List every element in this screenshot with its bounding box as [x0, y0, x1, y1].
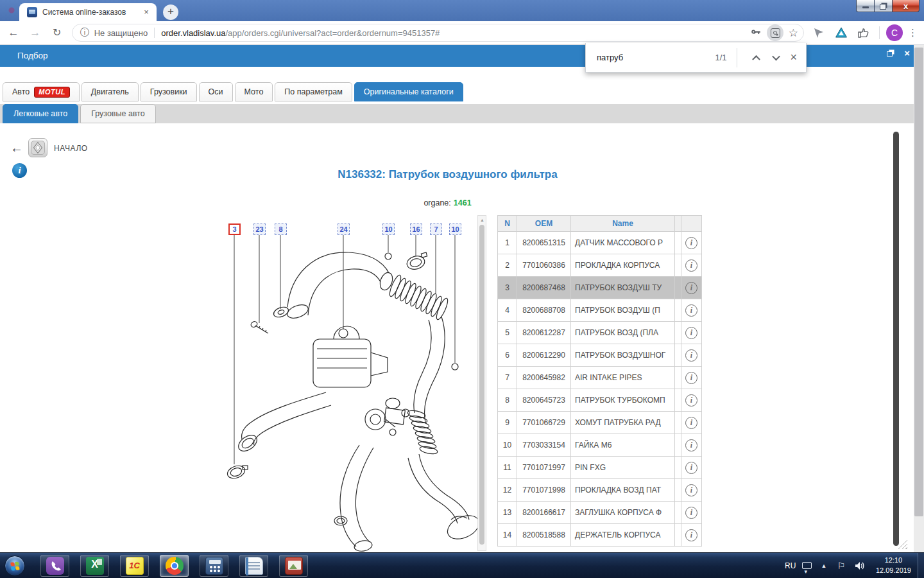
scroll-up-icon[interactable]: [480, 218, 484, 222]
taskbar-chrome-button[interactable]: [160, 555, 189, 577]
diagram-callout[interactable]: 10: [382, 223, 395, 235]
taskbar-picture-manager-button[interactable]: [279, 555, 308, 577]
row-info-button[interactable]: [685, 304, 697, 317]
taskbar-viber-button[interactable]: [40, 555, 69, 577]
resize-gripper[interactable]: [898, 539, 907, 549]
browser-tab[interactable]: Система online-заказов: [19, 3, 157, 21]
page-info-icon[interactable]: [80, 27, 89, 39]
diagram-callout[interactable]: 23: [253, 223, 266, 235]
breadcrumb[interactable]: НАЧАЛО: [54, 144, 88, 153]
row-info-button[interactable]: [685, 417, 697, 429]
new-tab-button[interactable]: [163, 4, 178, 20]
window-minimize-button[interactable]: [856, 0, 875, 12]
main-tab[interactable]: Грузовики: [141, 82, 197, 101]
back-icon[interactable]: [5, 24, 22, 41]
row-info-button[interactable]: [685, 327, 697, 339]
row-info-button[interactable]: [685, 259, 697, 272]
main-tab[interactable]: Оригинальные каталоги: [354, 82, 463, 101]
table-row[interactable]: 8 8200645723 ПАТРУБОК ТУРБОКОМП: [498, 389, 702, 412]
catalog-back-icon[interactable]: [10, 141, 23, 155]
url-host: order.vladislav.ua: [161, 28, 225, 38]
row-info-button[interactable]: [685, 529, 697, 541]
reload-icon[interactable]: [49, 24, 65, 41]
taskbar-excel-button[interactable]: [80, 555, 109, 577]
row-info-button[interactable]: [685, 439, 697, 451]
show-desktop-button[interactable]: [918, 553, 924, 578]
find-close-icon[interactable]: [790, 51, 797, 64]
table-row[interactable]: 5 8200612287 ПАТРУБОК ВОЗД (ПЛА: [498, 322, 702, 344]
diagram-callout[interactable]: 3: [228, 223, 241, 235]
start-button[interactable]: [0, 553, 30, 578]
renault-diamond-icon[interactable]: [28, 138, 47, 157]
search-in-page-icon[interactable]: [767, 24, 783, 41]
table-row[interactable]: 1 8200651315 ДАТЧИК МАССОВОГО Р: [498, 232, 702, 254]
table-row[interactable]: 2 7701060386 ПРОКЛАДКА КОРПУСА: [498, 254, 702, 277]
tab-close-icon[interactable]: [141, 7, 151, 17]
window-restore-button[interactable]: [875, 0, 892, 12]
profile-avatar[interactable]: C: [886, 24, 903, 41]
sub-tab[interactable]: Легковые авто: [3, 104, 78, 123]
diagram-callout[interactable]: 24: [338, 223, 350, 235]
diagram-callout[interactable]: 16: [410, 223, 422, 235]
panel-close-icon[interactable]: [904, 48, 910, 58]
main-tab[interactable]: Двигатель: [81, 82, 139, 101]
diagram-callout[interactable]: 10: [449, 223, 461, 235]
main-tab[interactable]: Авто MOTUL: [3, 82, 80, 101]
main-tab[interactable]: Оси: [199, 82, 233, 101]
diagram-scrollbar-thumb[interactable]: [479, 225, 484, 545]
row-info-button[interactable]: [685, 394, 697, 407]
cell-info: [681, 299, 702, 322]
table-row[interactable]: 10 7703033154 ГАЙКА М6: [498, 434, 702, 457]
table-row[interactable]: 11 7701071997 PIN FXG: [498, 457, 702, 479]
keyboard-layout-icon[interactable]: [802, 562, 812, 569]
page-scrollbar-thumb[interactable]: [893, 132, 899, 546]
key-icon[interactable]: [749, 26, 763, 40]
find-next-icon[interactable]: [773, 53, 781, 61]
extension-triangle-icon[interactable]: [834, 25, 849, 40]
browser-scrollbar-thumb[interactable]: [914, 48, 923, 516]
table-row[interactable]: 12 7701071998 ПРОКЛАДКА ВОЗД ПАТ: [498, 479, 702, 502]
panel-restore-icon[interactable]: [887, 51, 893, 57]
table-row[interactable]: 7 8200645982 AIR INTAKE PIPES: [498, 367, 702, 389]
forward-icon[interactable]: [27, 24, 44, 41]
cell-oem: 8200651315: [517, 232, 571, 254]
find-bar: 1/1: [585, 43, 807, 73]
security-label[interactable]: Не защищено: [94, 28, 148, 38]
row-info-button[interactable]: [685, 507, 697, 519]
table-row[interactable]: 9 7701066729 ХОМУТ ПАТРУБКА РАД: [498, 412, 702, 434]
address-bar[interactable]: Не защищено order.vladislav.ua /app/orde…: [72, 24, 804, 42]
main-tab[interactable]: Мото: [235, 82, 273, 101]
action-center-flag-icon[interactable]: [837, 561, 845, 571]
bookmark-star-icon[interactable]: [789, 26, 798, 40]
taskbar-calculator-button[interactable]: [200, 555, 228, 577]
find-previous-icon[interactable]: [753, 55, 761, 64]
extension-arrow-icon[interactable]: [811, 25, 826, 40]
diagram-callout[interactable]: 8: [275, 223, 287, 235]
table-row[interactable]: 13 8200166617 ЗАГЛУШКА КОРПУСА Ф: [498, 502, 702, 524]
taskbar-notepad-button[interactable]: [239, 555, 268, 577]
diagram-scrollbar[interactable]: [477, 215, 486, 551]
volume-icon[interactable]: [854, 561, 866, 571]
row-info-button[interactable]: [685, 237, 697, 249]
thumbs-up-icon[interactable]: [856, 25, 871, 40]
row-info-button[interactable]: [685, 484, 697, 496]
diagram-callout[interactable]: 7: [430, 223, 442, 235]
menu-dots-icon[interactable]: [908, 27, 918, 39]
tray-clock[interactable]: 12:10 12.09.2019: [876, 556, 911, 576]
taskbar-1c-button[interactable]: [120, 555, 149, 577]
row-info-button[interactable]: [685, 372, 697, 384]
row-info-button[interactable]: [685, 462, 697, 474]
language-indicator[interactable]: RU: [785, 561, 796, 570]
find-input[interactable]: [597, 53, 699, 62]
table-row[interactable]: 3 8200687468 ПАТРУБОК ВОЗДУШ ТУ: [498, 277, 702, 299]
row-info-button[interactable]: [685, 349, 697, 362]
browser-scrollbar[interactable]: [914, 45, 924, 552]
main-tab[interactable]: По параметрам: [275, 82, 352, 101]
table-row[interactable]: 14 8200518588 ДЕРЖАТЕЛЬ КОРПУСА: [498, 524, 702, 547]
show-hidden-icons[interactable]: [821, 563, 826, 569]
sub-tab[interactable]: Грузовые авто: [80, 104, 156, 123]
window-close-button[interactable]: [892, 0, 920, 12]
row-info-button[interactable]: [685, 282, 697, 294]
table-row[interactable]: 4 8200688708 ПАТРУБОК ВОЗДУШ (П: [498, 299, 702, 322]
table-row[interactable]: 6 8200612290 ПАТРУБОК ВОЗДУШНОГ: [498, 344, 702, 367]
